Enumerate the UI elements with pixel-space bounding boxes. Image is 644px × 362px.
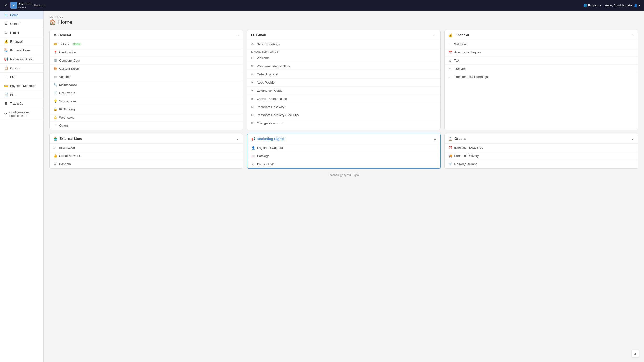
card-item-agenda-de-saques[interactable]: 📅Agenda de Saques bbox=[445, 48, 638, 56]
footer: Technology by WI Digital bbox=[49, 169, 638, 181]
card-item-customization[interactable]: 🎨Customization bbox=[50, 65, 243, 73]
scroll-to-top-button[interactable]: ▲ bbox=[632, 350, 639, 357]
lang-dropdown-icon: ▾ bbox=[600, 3, 601, 7]
badge-soon: SOON bbox=[72, 43, 82, 46]
sidebar-label-external-store: External Store bbox=[10, 49, 30, 52]
user-menu[interactable]: Hello, Administrador 👤 ▾ bbox=[605, 3, 640, 7]
item-icon: 💡 bbox=[54, 99, 57, 103]
card-item-forms-of-delivery[interactable]: 🚚Forms of Delivery bbox=[445, 152, 638, 160]
card-item-transfer[interactable]: ↔Transfer bbox=[445, 65, 638, 73]
item-icon: ↔ bbox=[448, 75, 452, 78]
user-icon: 👤 bbox=[634, 3, 638, 7]
item-label: Suggestions bbox=[59, 99, 76, 103]
sidebar-item-home[interactable]: ⊞Home bbox=[0, 10, 43, 19]
card-item-página-de-captura[interactable]: 👤Página de Captura bbox=[248, 144, 440, 152]
item-icon: 🛒 bbox=[448, 162, 452, 166]
item-icon: 📖 bbox=[251, 154, 255, 158]
card-title-text-email: E-mail bbox=[256, 33, 266, 37]
card-item-delivery-options[interactable]: 🛒Delivery Options bbox=[445, 160, 638, 168]
item-icon: 🖼 bbox=[54, 162, 57, 166]
sidebar-item-email[interactable]: ✉E-mail bbox=[0, 28, 43, 37]
item-icon: ⏰ bbox=[448, 146, 452, 149]
item-label: Banner EAD bbox=[257, 162, 274, 166]
item-label: Transfer bbox=[454, 67, 466, 70]
sidebar-icon-orders: 📋 bbox=[4, 66, 8, 70]
card-item-information[interactable]: ℹInformation bbox=[50, 144, 243, 152]
item-label: Tax bbox=[454, 59, 459, 62]
card-item-expiration-deadlines[interactable]: ⏰Expiration Deadlines bbox=[445, 144, 638, 152]
card-title-text-orders: Orders bbox=[454, 137, 466, 141]
card-collapse-general[interactable]: ⌄ bbox=[236, 33, 239, 37]
card-item-novo-pedido[interactable]: ✉Novo Pedido bbox=[247, 78, 440, 87]
card-header-marketing-digital: 📢Marketing Digital⌄ bbox=[248, 134, 440, 144]
sidebar-item-orders[interactable]: 📋Orders bbox=[0, 64, 43, 72]
sidebar-item-external-store[interactable]: 🏪External Store bbox=[0, 46, 43, 55]
card-item-withdraw[interactable]: ↑Withdraw bbox=[445, 40, 638, 48]
sidebar-label-marketing-digital: Marketing Digital bbox=[10, 57, 33, 61]
card-item-voucher[interactable]: 🎟Voucher bbox=[50, 73, 243, 81]
card-icon-general: ⚙ bbox=[54, 33, 56, 37]
card-item-welcome-external-store[interactable]: ✉Welcome External Store bbox=[247, 62, 440, 70]
sidebar-item-payment-methods[interactable]: 💳Payment Methods bbox=[0, 81, 43, 90]
sidebar-item-marketing-digital[interactable]: 📢Marketing Digital bbox=[0, 55, 43, 64]
card-item-welcome[interactable]: ✉Welcome bbox=[247, 54, 440, 62]
card-collapse-external-store[interactable]: ⌄ bbox=[236, 137, 239, 141]
sidebar-item-configuracoes[interactable]: ⚙Configurações Específicas bbox=[0, 108, 43, 120]
item-icon: ⚙ bbox=[251, 42, 255, 46]
card-item-password-recovery-security[interactable]: ✉Password Recovery (Security) bbox=[247, 111, 440, 119]
card-item-ip-blocking[interactable]: 🔒IP Blocking bbox=[50, 105, 243, 113]
breadcrumb: SETTINGS bbox=[49, 15, 638, 18]
sidebar-item-traducao[interactable]: ⊞Tradução bbox=[0, 99, 43, 108]
card-item-tax[interactable]: ⚖Tax bbox=[445, 56, 638, 65]
close-icon[interactable]: ✕ bbox=[4, 3, 8, 8]
card-item-password-recovery[interactable]: ✉Password Recovery bbox=[247, 103, 440, 111]
item-icon: 🔧 bbox=[54, 83, 57, 87]
item-label: Others bbox=[59, 124, 68, 127]
item-icon: ✉ bbox=[251, 105, 255, 109]
card-item-catálogo[interactable]: 📖Catálogo bbox=[248, 152, 440, 160]
sidebar-item-financial[interactable]: 💰Financial bbox=[0, 37, 43, 46]
item-label: Information bbox=[59, 146, 75, 149]
item-label: Novo Pedido bbox=[257, 81, 274, 84]
sidebar-label-orders: Orders bbox=[10, 66, 20, 70]
item-icon: 🖼 bbox=[251, 162, 255, 166]
card-item-suggestions[interactable]: 💡Suggestions bbox=[50, 97, 243, 105]
card-item-company-data[interactable]: 🏢Company Data bbox=[50, 56, 243, 65]
card-item-banner-ead[interactable]: 🖼Banner EAD bbox=[248, 160, 440, 168]
card-collapse-financial[interactable]: ⌄ bbox=[632, 33, 634, 37]
card-collapse-marketing-digital[interactable]: ⌄ bbox=[434, 137, 436, 141]
card-orders: 📋Orders⌄⏰Expiration Deadlines🚚Forms of D… bbox=[444, 134, 638, 169]
item-label: Password Recovery bbox=[257, 105, 284, 109]
item-icon: 🎟 bbox=[54, 75, 57, 78]
card-item-maintenance[interactable]: 🔧Maintenance bbox=[50, 81, 243, 89]
card-collapse-orders[interactable]: ⌄ bbox=[632, 137, 634, 141]
card-item-others[interactable]: ···Others bbox=[50, 122, 243, 129]
sidebar-item-general[interactable]: ⚙General bbox=[0, 19, 43, 28]
card-item-tickets[interactable]: 🎫TicketsSOON bbox=[50, 40, 243, 48]
card-title-marketing-digital: 📢Marketing Digital bbox=[251, 137, 284, 141]
sidebar-item-plan[interactable]: 📄Plan bbox=[0, 90, 43, 99]
card-item-webhooks[interactable]: 🪝Webhooks bbox=[50, 113, 243, 122]
card-item-estorno-de-pedido[interactable]: ✉Estorno de Pedido bbox=[247, 87, 440, 95]
card-title-text-marketing-digital: Marketing Digital bbox=[257, 137, 284, 141]
card-item-order-approval[interactable]: ✉Order Approval bbox=[247, 70, 440, 78]
card-item-sending-settings[interactable]: ⚙Sending settings bbox=[247, 40, 440, 48]
language-selector[interactable]: 🌐 English ▾ bbox=[584, 3, 601, 7]
card-item-transferência-liderança[interactable]: ↔Transferência Liderança bbox=[445, 73, 638, 81]
card-icon-external-store: 🏪 bbox=[54, 137, 58, 141]
sidebar-item-erp[interactable]: ⊞ERP bbox=[0, 72, 43, 81]
card-item-banners[interactable]: 🖼Banners bbox=[50, 160, 243, 168]
card-item-social-networks[interactable]: 👍Social Networks bbox=[50, 152, 243, 160]
item-label: Withdraw bbox=[454, 42, 467, 46]
card-collapse-email[interactable]: ⌄ bbox=[434, 33, 436, 37]
sidebar-label-payment-methods: Payment Methods bbox=[10, 84, 35, 88]
card-item-change-password[interactable]: ✉Change Password bbox=[247, 119, 440, 127]
sidebar-label-financial: Financial bbox=[10, 40, 22, 43]
sidebar-label-configuracoes: Configurações Específicas bbox=[9, 110, 40, 118]
card-item-documents[interactable]: 📄Documents bbox=[50, 89, 243, 97]
card-item-cashout-confirmation[interactable]: ✉Cashout Confirmation bbox=[247, 95, 440, 103]
item-icon: 👤 bbox=[251, 146, 255, 150]
item-icon: 🔒 bbox=[54, 107, 57, 111]
item-label: Estorno de Pedido bbox=[257, 89, 282, 92]
card-item-geolocation[interactable]: 📍Geolocation bbox=[50, 48, 243, 56]
